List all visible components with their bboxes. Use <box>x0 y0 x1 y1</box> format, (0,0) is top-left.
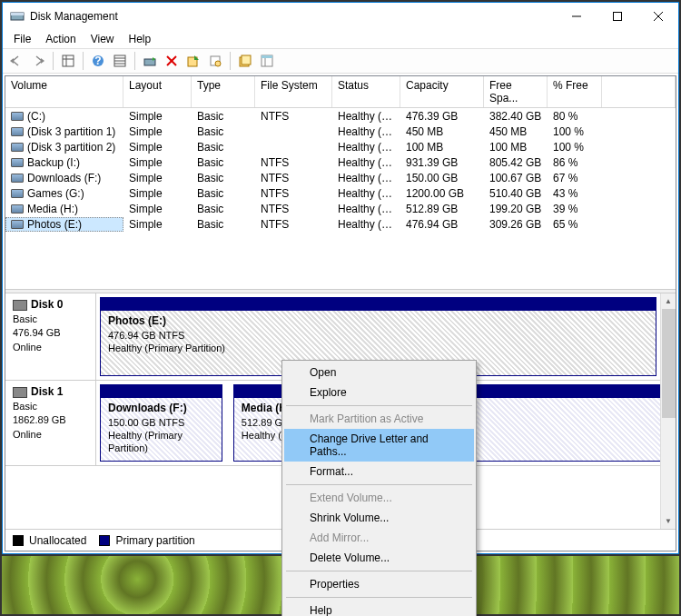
refresh-button[interactable] <box>140 51 160 71</box>
ctx-help[interactable]: Help <box>284 601 474 616</box>
volume-row[interactable]: (C:)SimpleBasicNTFSHealthy (B...476.39 G… <box>5 108 676 124</box>
toolbar-separator <box>134 52 135 70</box>
menu-action[interactable]: Action <box>40 31 81 47</box>
col-capacity[interactable]: Capacity <box>400 76 484 107</box>
menubar: File Action View Help <box>3 30 678 48</box>
legend-primary-label: Primary partition <box>115 534 194 547</box>
col-spacer <box>602 76 676 107</box>
volume-icon <box>11 158 24 167</box>
col-pctfree[interactable]: % Free <box>548 76 602 107</box>
ctx-format[interactable]: Format... <box>284 462 474 482</box>
svg-point-20 <box>215 61 221 66</box>
ctx-extend: Extend Volume... <box>284 488 474 508</box>
minimize-button[interactable] <box>556 3 597 30</box>
menu-view[interactable]: View <box>85 31 120 47</box>
menu-file[interactable]: File <box>8 31 36 47</box>
svg-rect-6 <box>63 55 74 66</box>
show-hide-button[interactable] <box>58 51 78 71</box>
legend-unallocated-box <box>13 535 24 546</box>
disk-icon <box>13 300 27 311</box>
volume-icon <box>11 143 24 152</box>
partition-header <box>100 384 222 397</box>
column-headers: Volume Layout Type File System Status Ca… <box>5 76 676 108</box>
legend-primary-box <box>99 535 110 546</box>
menu-help[interactable]: Help <box>123 31 157 47</box>
ctx-change-letter[interactable]: Change Drive Letter and Paths... <box>284 429 474 462</box>
volume-row[interactable]: Backup (I:)SimpleBasicNTFSHealthy (P...9… <box>5 154 676 170</box>
ctx-separator <box>286 484 472 485</box>
context-menu: Open Explore Mark Partition as Active Ch… <box>281 360 477 616</box>
toolbar: ? <box>3 48 678 74</box>
action-button[interactable] <box>183 51 203 71</box>
maximize-button[interactable] <box>597 3 637 30</box>
svg-text:?: ? <box>94 55 101 67</box>
scroll-up-button[interactable]: ▲ <box>661 293 676 309</box>
back-button[interactable] <box>6 51 26 71</box>
svg-rect-22 <box>242 55 251 65</box>
help-button[interactable]: ? <box>88 51 108 71</box>
volume-icon <box>11 112 24 121</box>
legend-unallocated-label: Unallocated <box>29 534 86 547</box>
vertical-scrollbar[interactable]: ▲ ▼ <box>660 293 676 529</box>
svg-rect-3 <box>613 12 621 20</box>
window-title: Disk Management <box>30 10 556 23</box>
ctx-properties[interactable]: Properties <box>284 574 474 594</box>
properties-button[interactable] <box>205 51 225 71</box>
view-button-2[interactable] <box>257 51 277 71</box>
ctx-explore[interactable]: Explore <box>284 383 474 402</box>
volume-row[interactable]: Games (G:)SimpleBasicNTFSHealthy (P...12… <box>5 185 676 201</box>
svg-rect-1 <box>11 13 24 15</box>
col-freespace[interactable]: Free Spa... <box>484 76 548 107</box>
toolbar-separator <box>230 52 231 70</box>
volume-icon <box>11 189 24 198</box>
volume-row[interactable]: (Disk 3 partition 1)SimpleBasicHealthy (… <box>5 124 676 139</box>
col-type[interactable]: Type <box>192 76 255 107</box>
ctx-delete[interactable]: Delete Volume... <box>284 548 474 568</box>
partition-header <box>100 297 656 310</box>
col-filesystem[interactable]: File System <box>255 76 332 107</box>
settings-button[interactable] <box>110 51 130 71</box>
col-volume[interactable]: Volume <box>5 76 123 107</box>
ctx-separator <box>286 571 472 571</box>
ctx-open[interactable]: Open <box>284 363 474 383</box>
disk-label[interactable]: Disk 0Basic476.94 GBOnline <box>5 293 96 380</box>
close-button[interactable] <box>637 3 678 30</box>
col-layout[interactable]: Layout <box>123 76 192 107</box>
volume-icon <box>11 204 24 214</box>
svg-rect-24 <box>262 55 272 58</box>
disk-icon <box>13 387 27 398</box>
titlebar[interactable]: Disk Management <box>3 3 678 30</box>
ctx-mirror: Add Mirror... <box>284 528 474 548</box>
scroll-down-button[interactable]: ▼ <box>661 513 676 529</box>
volume-row[interactable]: (Disk 3 partition 2)SimpleBasicHealthy (… <box>5 139 676 154</box>
ctx-separator <box>286 405 472 406</box>
volume-list[interactable]: Volume Layout Type File System Status Ca… <box>5 76 676 289</box>
view-button-1[interactable] <box>235 51 255 71</box>
ctx-separator <box>286 597 472 598</box>
volume-row[interactable]: Media (H:)SimpleBasicNTFSHealthy (P...51… <box>5 201 676 216</box>
app-icon <box>10 9 25 24</box>
col-status[interactable]: Status <box>332 76 400 107</box>
volume-row[interactable]: Photos (E:)SimpleBasicNTFSHealthy (P...4… <box>5 216 676 232</box>
ctx-shrink[interactable]: Shrink Volume... <box>284 508 474 528</box>
volume-icon <box>11 174 24 183</box>
scroll-thumb[interactable] <box>662 309 676 418</box>
disk-label[interactable]: Disk 1Basic1862.89 GBOnline <box>5 381 96 465</box>
partition[interactable]: Downloads (F:)150.00 GB NTFSHealthy (Pri… <box>100 397 222 462</box>
delete-button[interactable] <box>162 51 182 71</box>
toolbar-separator <box>83 52 84 70</box>
volume-row[interactable]: Downloads (F:)SimpleBasicNTFSHealthy (P.… <box>5 170 676 185</box>
forward-button[interactable] <box>28 51 48 71</box>
volume-icon <box>11 127 24 136</box>
ctx-mark-active: Mark Partition as Active <box>284 409 474 429</box>
toolbar-separator <box>53 52 54 70</box>
volume-icon <box>11 220 24 229</box>
